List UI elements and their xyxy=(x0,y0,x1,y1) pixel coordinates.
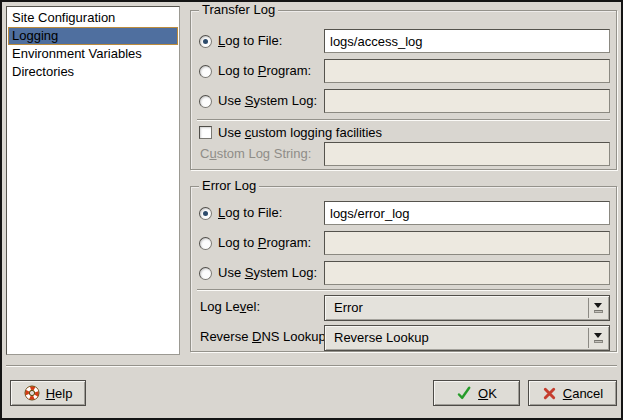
check-icon xyxy=(456,385,472,401)
label-part: rogram: xyxy=(266,235,311,250)
label-part: Use xyxy=(218,265,245,280)
error-log-to-program-radio[interactable] xyxy=(199,237,212,250)
custom-log-string-label: Custom Log String: xyxy=(200,142,311,166)
error-log-separator xyxy=(197,289,610,291)
label-part: Reverse xyxy=(200,329,252,344)
transfer-log-program-input xyxy=(324,59,610,83)
label-part: C xyxy=(200,146,209,161)
footer-separator xyxy=(6,365,617,367)
label-part: ystem Log: xyxy=(253,93,317,108)
label-part: rogram: xyxy=(266,63,311,78)
transfer-use-system-log-label: Use System Log: xyxy=(218,89,317,113)
log-level-value: Error xyxy=(334,296,363,320)
transfer-log-file-input[interactable] xyxy=(324,29,610,53)
ok-button[interactable]: OK xyxy=(433,380,520,406)
error-use-system-log-label: Use System Log: xyxy=(218,261,317,285)
help-button-label: Help xyxy=(46,386,73,401)
transfer-log-to-program-label: Log to Program: xyxy=(218,59,311,83)
lifebuoy-icon xyxy=(24,385,40,401)
reverse-dns-lookup-label: Reverse DNS Lookup: xyxy=(200,325,329,349)
error-log-frame-title: Error Log xyxy=(199,178,259,194)
sidebar-item-environment-variables[interactable]: Environment Variables xyxy=(8,45,178,63)
reverse-dns-lookup-value: Reverse Lookup xyxy=(334,326,429,350)
error-log-frame: Error Log Log to File: Log to Program: U… xyxy=(190,186,617,352)
label-part: Log to xyxy=(218,63,258,78)
label-part: Log Le xyxy=(200,299,240,314)
label-part: NS Lookup: xyxy=(261,329,329,344)
label-part: ustom logging facilities xyxy=(251,125,382,140)
error-log-to-file-label: Log to File: xyxy=(218,201,282,225)
label-part: Use xyxy=(218,125,245,140)
use-custom-logging-facilities-checkbox[interactable] xyxy=(199,126,212,139)
label-part: ystem Log: xyxy=(253,265,317,280)
label-part: ancel xyxy=(572,386,603,401)
down-arrow-icon xyxy=(588,328,607,348)
custom-log-string-input xyxy=(324,142,610,166)
sidebar-item-site-configuration[interactable]: Site Configuration xyxy=(8,9,178,27)
sidebar-item-directories[interactable]: Directories xyxy=(8,63,178,81)
ok-button-label: OK xyxy=(478,386,497,401)
error-log-program-input xyxy=(324,231,610,255)
label-part: el: xyxy=(246,299,260,314)
transfer-log-to-file-radio[interactable] xyxy=(199,35,212,48)
label-part: K xyxy=(488,386,497,401)
error-log-to-program-label: Log to Program: xyxy=(218,231,311,255)
label-part: elp xyxy=(55,386,72,401)
sidebar-item-logging[interactable]: Logging xyxy=(8,27,178,45)
down-arrow-icon xyxy=(588,298,607,318)
mnemonic-char: O xyxy=(478,386,488,401)
error-system-log-input xyxy=(324,261,610,285)
label-part: Use xyxy=(218,93,245,108)
error-use-system-log-radio[interactable] xyxy=(199,267,212,280)
label-part: og to File: xyxy=(225,205,282,220)
reverse-dns-lookup-dropdown[interactable]: Reverse Lookup xyxy=(324,325,610,351)
transfer-use-system-log-radio[interactable] xyxy=(199,95,212,108)
cancel-button-label: Cancel xyxy=(563,386,603,401)
transfer-log-to-file-label: Log to File: xyxy=(218,29,282,53)
error-log-file-input[interactable] xyxy=(324,201,610,225)
logging-dialog: Site Configuration Logging Environment V… xyxy=(0,0,623,420)
label-part: stom Log String: xyxy=(217,146,312,161)
label-part: og to File: xyxy=(225,33,282,48)
transfer-system-log-input xyxy=(324,89,610,113)
help-button[interactable]: Help xyxy=(10,380,86,406)
log-level-label: Log Level: xyxy=(200,295,260,319)
x-icon xyxy=(542,386,557,401)
transfer-log-to-program-radio[interactable] xyxy=(199,65,212,78)
transfer-log-frame-title: Transfer Log xyxy=(199,2,278,18)
mnemonic-char: u xyxy=(209,146,216,161)
error-log-to-file-radio[interactable] xyxy=(199,207,212,220)
mnemonic-char: H xyxy=(46,386,55,401)
cancel-button[interactable]: Cancel xyxy=(528,380,617,406)
category-list: Site Configuration Logging Environment V… xyxy=(6,6,180,355)
label-part: Log to xyxy=(218,235,258,250)
transfer-log-frame: Transfer Log Log to File: Log to Program… xyxy=(190,10,617,170)
mnemonic-char: C xyxy=(563,386,572,401)
log-level-dropdown[interactable]: Error xyxy=(324,295,610,321)
mnemonic-char: D xyxy=(252,329,261,344)
